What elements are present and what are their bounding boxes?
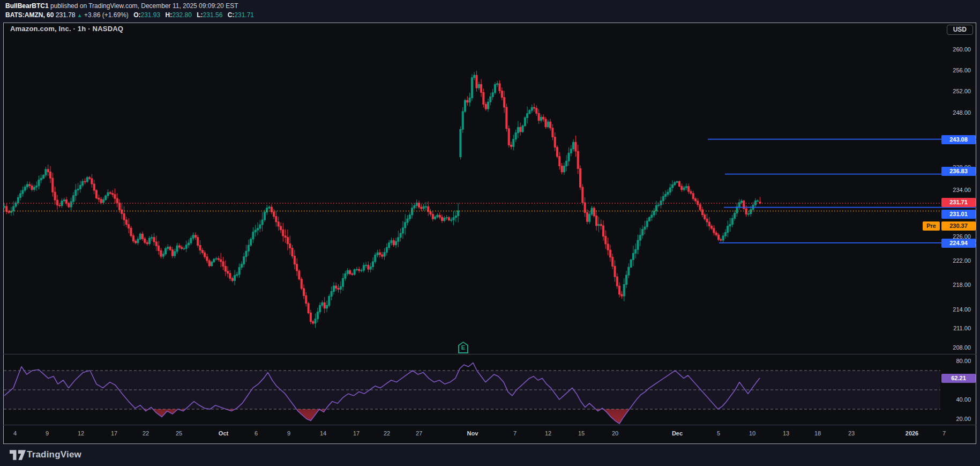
time-tick: 2026 [906, 430, 918, 437]
axis-tick: 218.00 [953, 282, 971, 288]
premarket-tag: Pre [923, 221, 940, 231]
rsi-value-label: 62.21 [941, 374, 976, 383]
time-tick: 25 [176, 430, 182, 437]
axis-tick: 256.00 [953, 67, 971, 73]
axis-tick: 222.00 [953, 257, 971, 264]
time-tick: 6 [255, 430, 258, 437]
axis-tick: 40.00 [956, 396, 971, 403]
time-tick: 17 [353, 430, 360, 437]
time-tick: 15 [578, 430, 585, 437]
axis-tick: 214.00 [953, 306, 971, 313]
time-tick: 12 [545, 430, 551, 437]
tradingview-wordmark[interactable]: TradingView [27, 449, 81, 460]
axis-tick: 211.00 [953, 325, 971, 331]
time-tick: 27 [416, 430, 422, 437]
axis-tick: 260.00 [953, 46, 971, 53]
premarket-price-label: 230.37 [941, 221, 976, 231]
time-tick: 13 [783, 430, 789, 437]
level-price-label: 243.08 [941, 135, 976, 144]
time-tick: 12 [78, 430, 84, 437]
time-tick: 14 [320, 430, 326, 437]
time-tick: 4 [13, 430, 17, 437]
earnings-marker-letter: E [458, 344, 468, 351]
axis-tick: 20.00 [956, 416, 971, 422]
time-tick: 22 [143, 430, 149, 437]
chart-canvas[interactable] [0, 0, 980, 466]
time-tick: 18 [814, 430, 821, 437]
time-tick: 5 [717, 430, 720, 437]
time-tick: 22 [384, 430, 390, 437]
tradingview-snapshot: BullBearBTC1 published on TradingView.co… [0, 0, 980, 466]
axis-tick: 80.00 [956, 358, 971, 364]
last-price-label: 231.71 [941, 198, 976, 207]
time-tick: 7 [942, 430, 946, 437]
time-tick: Oct [219, 430, 228, 437]
time-tick: Dec [672, 430, 683, 437]
time-tick: Nov [467, 430, 478, 437]
axis-tick: 248.00 [953, 109, 971, 116]
time-tick: 7 [513, 430, 517, 437]
time-tick: 20 [612, 430, 618, 437]
time-tick: 17 [111, 430, 117, 437]
time-tick: 9 [46, 430, 49, 437]
brand-bar: TradingView [0, 445, 980, 466]
level-price-label: 236.83 [941, 167, 976, 176]
axis-tick: 252.00 [953, 88, 971, 94]
currency-toggle-button[interactable]: USD [947, 25, 973, 35]
time-tick: 9 [287, 430, 290, 437]
level-price-label: 231.01 [941, 210, 976, 219]
chart-title: Amazon.com, Inc. · 1h · NASDAQ [10, 25, 123, 33]
time-tick: 10 [749, 430, 755, 437]
earnings-marker-icon[interactable]: E [458, 342, 468, 353]
level-price-label: 224.94 [941, 239, 976, 248]
axis-tick: 234.00 [953, 187, 971, 193]
tradingview-logo-icon[interactable] [10, 449, 26, 461]
time-tick: 23 [848, 430, 855, 437]
axis-tick: 208.00 [953, 344, 971, 351]
